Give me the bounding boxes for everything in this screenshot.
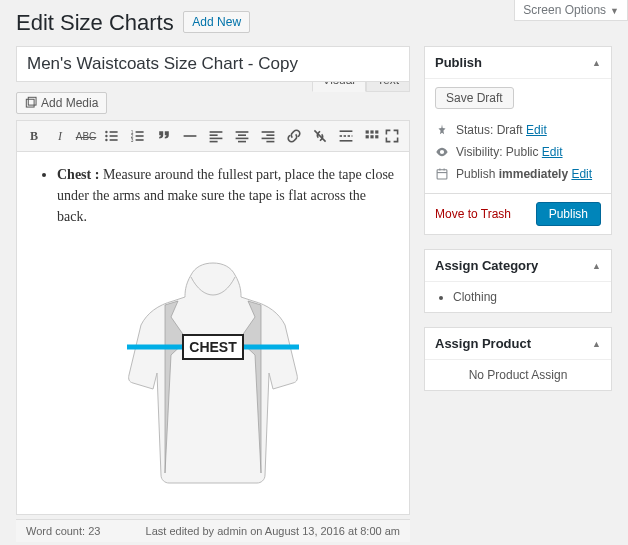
svg-rect-25 bbox=[262, 138, 275, 140]
svg-rect-24 bbox=[266, 134, 274, 136]
media-icon bbox=[25, 96, 38, 109]
svg-rect-35 bbox=[375, 130, 378, 133]
editor-footer: Word count: 23 Last edited by admin on A… bbox=[16, 519, 410, 542]
add-media-button[interactable]: Add Media bbox=[16, 92, 107, 114]
publish-box: Publish ▲ Save Draft Status: Draft Edit … bbox=[424, 46, 612, 235]
strikethrough-button[interactable]: ABC bbox=[75, 125, 97, 147]
svg-rect-23 bbox=[262, 131, 275, 133]
svg-rect-1 bbox=[28, 97, 36, 105]
edit-visibility-link[interactable]: Edit bbox=[542, 145, 563, 159]
page-title: Edit Size Charts bbox=[16, 10, 174, 36]
svg-rect-33 bbox=[366, 130, 369, 133]
word-count: Word count: 23 bbox=[26, 525, 100, 537]
svg-rect-27 bbox=[340, 130, 353, 132]
svg-point-6 bbox=[105, 139, 107, 141]
category-item: Clothing bbox=[453, 290, 601, 304]
calendar-icon bbox=[435, 167, 449, 181]
eye-icon bbox=[435, 145, 449, 159]
editor-content[interactable]: Chest : Measure around the fullest part,… bbox=[17, 152, 409, 514]
svg-rect-5 bbox=[110, 135, 118, 137]
assign-product-box: Assign Product ▲ No Product Assign bbox=[424, 327, 612, 391]
kitchen-sink-button[interactable] bbox=[361, 125, 383, 147]
svg-rect-19 bbox=[236, 131, 249, 133]
svg-rect-37 bbox=[370, 135, 373, 138]
svg-text:3: 3 bbox=[131, 138, 134, 143]
svg-rect-31 bbox=[352, 135, 353, 137]
blockquote-button[interactable] bbox=[153, 125, 175, 147]
toggle-icon[interactable]: ▲ bbox=[592, 58, 601, 68]
bold-button[interactable]: B bbox=[23, 125, 45, 147]
svg-rect-20 bbox=[238, 134, 246, 136]
edit-status-link[interactable]: Edit bbox=[526, 123, 547, 137]
pin-icon bbox=[435, 123, 449, 137]
fullscreen-button[interactable] bbox=[381, 125, 403, 147]
svg-rect-16 bbox=[210, 134, 218, 136]
move-to-trash-link[interactable]: Move to Trash bbox=[435, 207, 511, 221]
editor-toolbar: B I ABC 123 bbox=[17, 121, 409, 152]
svg-rect-0 bbox=[26, 99, 34, 107]
svg-rect-30 bbox=[348, 135, 350, 137]
svg-rect-9 bbox=[136, 131, 144, 133]
editor-container: B I ABC 123 bbox=[16, 120, 410, 515]
svg-point-4 bbox=[105, 135, 107, 137]
svg-rect-36 bbox=[366, 135, 369, 138]
chevron-down-icon: ▼ bbox=[610, 6, 619, 16]
svg-rect-34 bbox=[370, 130, 373, 133]
svg-rect-22 bbox=[238, 141, 246, 143]
svg-rect-29 bbox=[344, 135, 346, 137]
save-draft-button[interactable]: Save Draft bbox=[435, 87, 514, 109]
svg-rect-26 bbox=[266, 141, 274, 143]
link-button[interactable] bbox=[283, 125, 305, 147]
post-title-input[interactable] bbox=[16, 46, 410, 82]
svg-point-2 bbox=[105, 131, 107, 133]
svg-rect-14 bbox=[184, 135, 197, 137]
schedule-label: Publish immediately Edit bbox=[456, 167, 592, 181]
align-left-button[interactable] bbox=[205, 125, 227, 147]
svg-rect-7 bbox=[110, 139, 118, 141]
toggle-icon[interactable]: ▲ bbox=[592, 261, 601, 271]
screen-options-label: Screen Options bbox=[523, 3, 606, 17]
align-center-button[interactable] bbox=[231, 125, 253, 147]
publish-button[interactable]: Publish bbox=[536, 202, 601, 226]
svg-rect-42 bbox=[437, 170, 447, 179]
assign-category-heading: Assign Category bbox=[435, 258, 538, 273]
align-right-button[interactable] bbox=[257, 125, 279, 147]
assign-category-box: Assign Category ▲ Clothing bbox=[424, 249, 612, 313]
content-list-item: Chest : Measure around the fullest part,… bbox=[57, 164, 395, 227]
svg-rect-3 bbox=[110, 131, 118, 133]
svg-rect-21 bbox=[236, 138, 249, 140]
bullet-list-button[interactable] bbox=[101, 125, 123, 147]
svg-rect-11 bbox=[136, 135, 144, 137]
toggle-icon[interactable]: ▲ bbox=[592, 339, 601, 349]
unlink-button[interactable] bbox=[309, 125, 331, 147]
screen-options-toggle[interactable]: Screen Options▼ bbox=[514, 0, 628, 21]
horizontal-rule-button[interactable] bbox=[179, 125, 201, 147]
publish-heading: Publish bbox=[435, 55, 482, 70]
last-edited: Last edited by admin on August 13, 2016 … bbox=[146, 525, 400, 537]
read-more-button[interactable] bbox=[335, 125, 357, 147]
svg-rect-15 bbox=[210, 131, 223, 133]
visibility-label: Visibility: Public Edit bbox=[456, 145, 563, 159]
italic-button[interactable]: I bbox=[49, 125, 71, 147]
svg-rect-32 bbox=[340, 140, 353, 142]
add-new-button[interactable]: Add New bbox=[183, 11, 250, 33]
no-product-label: No Product Assign bbox=[469, 368, 568, 382]
svg-text:CHEST: CHEST bbox=[189, 339, 237, 355]
svg-rect-28 bbox=[340, 135, 342, 137]
svg-rect-18 bbox=[210, 141, 218, 143]
assign-product-heading: Assign Product bbox=[435, 336, 531, 351]
edit-schedule-link[interactable]: Edit bbox=[571, 167, 592, 181]
chest-illustration: CHEST bbox=[31, 255, 395, 504]
numbered-list-button[interactable]: 123 bbox=[127, 125, 149, 147]
svg-rect-17 bbox=[210, 138, 223, 140]
svg-rect-13 bbox=[136, 139, 144, 141]
svg-rect-38 bbox=[375, 135, 378, 138]
status-label: Status: Draft Edit bbox=[456, 123, 547, 137]
